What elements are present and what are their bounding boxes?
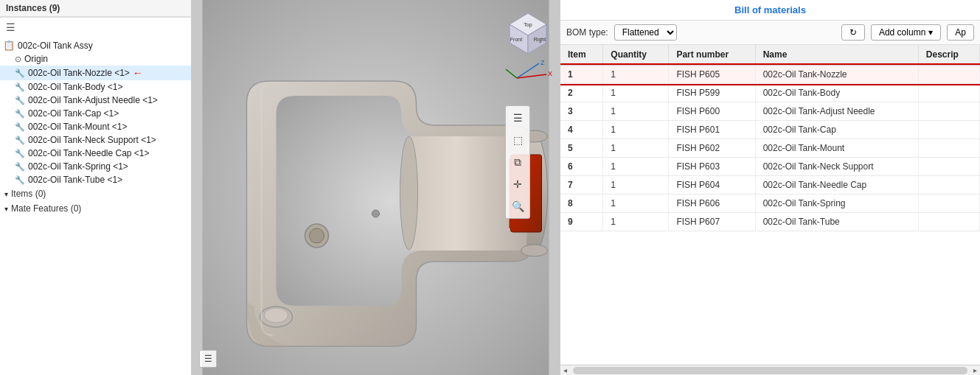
adjust-label: 002c-Oil Tank-Adjust Needle <1> — [28, 95, 158, 105]
add-column-label: Add column — [879, 27, 925, 38]
bom-toolbar: BOM type: Flattened ↻ Add column ▾ Ap — [560, 21, 980, 45]
cell-item-1: 1 — [560, 65, 603, 84]
cell-description-6 — [918, 158, 979, 176]
tree-item-needlecap[interactable]: 🔧 002c-Oil Tank-Needle Cap <1> — [0, 147, 191, 160]
table-row[interactable]: 31FISH P600002c-Oil Tank-Adjust Needle — [560, 102, 980, 121]
svg-text:Z: Z — [541, 59, 545, 66]
cell-description-8 — [918, 194, 979, 213]
scroll-right-arrow[interactable]: ▸ — [970, 366, 980, 374]
body-label: 002c-Oil Tank-Body <1> — [28, 82, 123, 92]
cell-description-9 — [918, 213, 979, 231]
part-icon-nozzle: 🔧 — [15, 69, 25, 78]
cell-partNumber-6: FISH P603 — [669, 158, 755, 176]
part-icon-spring: 🔧 — [15, 162, 25, 172]
table-row[interactable]: 71FISH P604002c-Oil Tank-Needle Cap — [560, 176, 980, 194]
origin-label: Origin — [24, 54, 48, 64]
part-icon-adjust: 🔧 — [15, 96, 25, 105]
cell-partNumber-3: FISH P600 — [669, 102, 755, 121]
3d-view-btn[interactable]: ⬚ — [508, 130, 527, 150]
svg-point-7 — [521, 245, 548, 256]
col-item: Item — [560, 45, 603, 65]
tree-item-cap[interactable]: 🔧 002c-Oil Tank-Cap <1> — [0, 107, 191, 120]
cell-quantity-1: 1 — [603, 65, 669, 84]
cell-item-2: 2 — [560, 84, 603, 102]
cell-description-4 — [918, 121, 979, 139]
part-icon-mount: 🔧 — [15, 122, 25, 132]
tree-item-mount[interactable]: 🔧 002c-Oil Tank-Mount <1> — [0, 120, 191, 133]
cell-partNumber-4: FISH P601 — [669, 121, 755, 139]
add-column-button[interactable]: Add column ▾ — [871, 24, 941, 41]
scroll-left-arrow[interactable]: ◂ — [560, 366, 570, 374]
viewport[interactable]: Top Front Right Z X ☰ ⬚ ⧉ ✛ 🔍 — [192, 0, 560, 375]
cell-name-5: 002c-Oil Tank-Mount — [755, 139, 918, 158]
cell-partNumber-7: FISH P604 — [669, 176, 755, 194]
tree-item-root[interactable]: 📋 002c-Oil Tank Assy — [0, 38, 191, 52]
cell-description-1 — [918, 65, 979, 84]
spring-label: 002c-Oil Tank-Spring <1> — [28, 161, 128, 172]
bom-type-select[interactable]: Flattened — [614, 24, 677, 41]
viewport-background: Top Front Right Z X ☰ ⬚ ⧉ ✛ 🔍 — [192, 0, 560, 375]
tree-item-tube[interactable]: 🔧 002c-Oil Tank-Tube <1> — [0, 173, 191, 186]
table-row[interactable]: 51FISH P602002c-Oil Tank-Mount — [560, 139, 980, 158]
list-view-btn[interactable]: ☰ — [508, 108, 527, 127]
items-section[interactable]: ▾ Items (0) — [0, 186, 191, 201]
bom-scrollbar[interactable]: ◂ ▸ — [560, 365, 980, 375]
zoom-btn[interactable]: 🔍 — [508, 197, 527, 216]
bom-table-body: 11FISH P605002c-Oil Tank-Nozzle21FISH P5… — [560, 65, 980, 231]
table-row[interactable]: 21FISH P599002c-Oil Tank-Body — [560, 84, 980, 102]
table-row[interactable]: 81FISH P606002c-Oil Tank-Spring — [560, 194, 980, 213]
table-row[interactable]: 41FISH P601002c-Oil Tank-Cap — [560, 121, 980, 139]
cell-description-3 — [918, 102, 979, 121]
add-column-chevron: ▾ — [928, 27, 933, 38]
cell-name-6: 002c-Oil Tank-Neck Support — [755, 158, 918, 176]
cell-item-8: 8 — [560, 194, 603, 213]
part-icon-cap: 🔧 — [15, 109, 25, 119]
tree-item-body[interactable]: 🔧 002c-Oil Tank-Body <1> — [0, 80, 191, 94]
cell-item-3: 3 — [560, 102, 603, 121]
apply-button[interactable]: Ap — [947, 24, 974, 41]
bottom-toolbar: ☰ — [199, 350, 217, 368]
cell-name-9: 002c-Oil Tank-Tube — [755, 213, 918, 231]
cell-description-7 — [918, 176, 979, 194]
apply-label: Ap — [955, 27, 966, 38]
bom-table-container[interactable]: Item Quantity Part number Name Descrip 1… — [560, 45, 980, 365]
view-cube[interactable]: Top Front Right Z X — [502, 6, 554, 57]
bom-title: Bill of materials — [560, 0, 980, 21]
table-row[interactable]: 11FISH P605002c-Oil Tank-Nozzle — [560, 65, 980, 84]
frame-btn[interactable]: ⧉ — [508, 153, 527, 172]
refresh-button[interactable]: ↻ — [841, 24, 865, 41]
tree-item-neck[interactable]: 🔧 002c-Oil Tank-Neck Support <1> — [0, 133, 191, 147]
table-row[interactable]: 61FISH P603002c-Oil Tank-Neck Support — [560, 158, 980, 176]
scrollbar-thumb[interactable] — [573, 367, 967, 374]
section-view-btn[interactable]: ☰ — [199, 350, 217, 368]
cell-partNumber-5: FISH P602 — [669, 139, 755, 158]
svg-point-3 — [400, 136, 418, 250]
tree-area: 📋 002c-Oil Tank Assy ⊙ Origin 🔧 002c-Oil… — [0, 37, 191, 375]
tree-item-adjust[interactable]: 🔧 002c-Oil Tank-Adjust Needle <1> — [0, 94, 191, 107]
part-icon-needlecap: 🔧 — [15, 149, 25, 158]
items-chevron: ▾ — [4, 190, 8, 198]
tree-item-origin[interactable]: ⊙ Origin — [0, 52, 191, 66]
coord-axes: Z X — [502, 56, 554, 85]
tree-item-spring[interactable]: 🔧 002c-Oil Tank-Spring <1> — [0, 160, 191, 173]
tree-item-nozzle[interactable]: 🔧 002c-Oil Tank-Nozzle <1> ← — [0, 66, 191, 80]
items-section-label: Items (0) — [11, 189, 46, 199]
bom-panel: Bill of materials BOM type: Flattened ↻ … — [560, 0, 980, 375]
snap-btn[interactable]: ✛ — [508, 175, 527, 194]
svg-text:Right: Right — [534, 37, 546, 43]
mate-section[interactable]: ▾ Mate Features (0) — [0, 201, 191, 216]
cell-quantity-9: 1 — [603, 213, 669, 231]
mate-section-label: Mate Features (0) — [11, 203, 81, 214]
list-view-button[interactable]: ☰ — [4, 20, 17, 35]
table-row[interactable]: 91FISH P607002c-Oil Tank-Tube — [560, 213, 980, 231]
bom-type-label: BOM type: — [566, 27, 608, 38]
svg-point-9 — [310, 228, 324, 243]
left-panel: Instances (9) ☰ 📋 002c-Oil Tank Assy ⊙ O… — [0, 0, 192, 375]
cell-quantity-3: 1 — [603, 102, 669, 121]
nozzle-label: 002c-Oil Tank-Nozzle <1> — [28, 68, 130, 78]
cap-label: 002c-Oil Tank-Cap <1> — [28, 108, 119, 119]
cell-name-7: 002c-Oil Tank-Needle Cap — [755, 176, 918, 194]
col-partnumber: Part number — [669, 45, 755, 65]
cell-quantity-2: 1 — [603, 84, 669, 102]
view-cube-svg: Top Front Right — [502, 6, 554, 57]
